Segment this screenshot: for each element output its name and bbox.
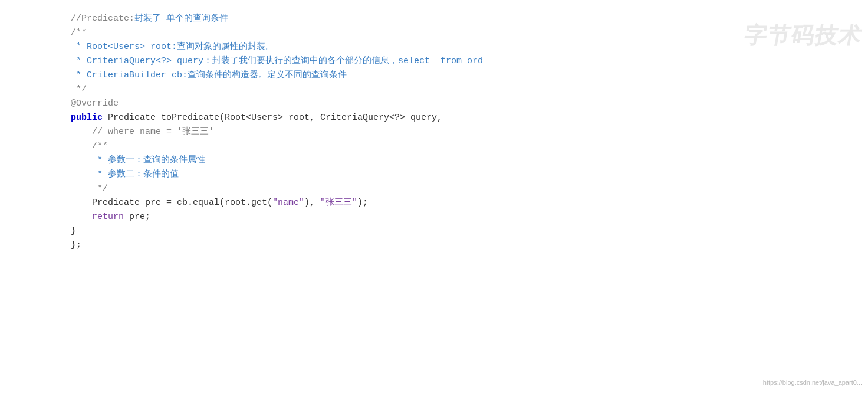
- code-segment: [71, 212, 92, 222]
- code-segment: };: [71, 240, 81, 250]
- code-segment: select from ord: [398, 56, 483, 66]
- code-line: @Override: [71, 97, 868, 111]
- code-segment: pre;: [124, 212, 150, 222]
- code-line: /**: [71, 26, 868, 40]
- code-segment: Predicate pre = cb.equal(root.get(: [71, 198, 272, 208]
- code-container: 字节码技术 //Predicate:封装了 单个的查询条件/** * Root<…: [0, 0, 868, 393]
- code-line: // where name = '张三三': [71, 125, 868, 139]
- code-segment: public: [71, 113, 103, 123]
- code-segment: @Override: [71, 99, 119, 109]
- code-segment: */: [71, 184, 108, 194]
- code-segment: */: [71, 84, 87, 94]
- code-segment: /**: [71, 28, 87, 38]
- code-segment: }: [71, 226, 76, 236]
- code-block: //Predicate:封装了 单个的查询条件/** * Root<Users>…: [71, 12, 868, 253]
- code-segment: "name": [272, 198, 304, 208]
- code-segment: return: [92, 212, 124, 222]
- code-segment: * CriteriaBuilder cb:: [71, 70, 188, 80]
- code-segment: /**: [71, 141, 108, 151]
- code-segment: * 参数二：条件的值: [71, 169, 179, 179]
- code-segment: 封装了 单个的查询条件: [134, 14, 228, 24]
- code-line: * 参数二：条件的值: [71, 168, 868, 182]
- code-line: */: [71, 182, 868, 196]
- code-segment: * 参数一：查询的条件属性: [71, 155, 205, 165]
- code-line: /**: [71, 139, 868, 153]
- code-line: }: [71, 224, 868, 238]
- code-segment: 查询对象的属性的封装。: [177, 42, 274, 52]
- code-line: Predicate pre = cb.equal(root.get("name"…: [71, 196, 868, 210]
- code-segment: ),: [304, 198, 320, 208]
- code-segment: // where name = '张三三': [71, 127, 214, 137]
- code-segment: 封装了我们要执行的查询中的各个部分的信息，: [212, 56, 398, 66]
- url-watermark: https://blog.csdn.net/java_apart0...: [763, 378, 862, 388]
- code-segment: //Predicate:: [71, 14, 134, 24]
- code-segment: Predicate toPredicate(Root<Users> root, …: [103, 113, 442, 123]
- code-line: //Predicate:封装了 单个的查询条件: [71, 12, 868, 26]
- code-segment: * Root<Users> root:: [71, 42, 177, 52]
- code-line: public Predicate toPredicate(Root<Users>…: [71, 111, 868, 125]
- code-line: return pre;: [71, 210, 868, 224]
- code-segment: 查询条件的构造器。定义不同的查询条件: [188, 70, 347, 80]
- code-line: };: [71, 238, 868, 253]
- code-segment: "张三三": [320, 198, 357, 208]
- code-line: * CriteriaQuery<?> query：封装了我们要执行的查询中的各个…: [71, 54, 868, 68]
- code-segment: );: [357, 198, 368, 208]
- code-line: * Root<Users> root:查询对象的属性的封装。: [71, 40, 868, 54]
- code-segment: * CriteriaQuery<?> query：: [71, 56, 212, 66]
- code-line: */: [71, 83, 868, 97]
- code-line: * CriteriaBuilder cb:查询条件的构造器。定义不同的查询条件: [71, 68, 868, 83]
- code-line: * 参数一：查询的条件属性: [71, 153, 868, 168]
